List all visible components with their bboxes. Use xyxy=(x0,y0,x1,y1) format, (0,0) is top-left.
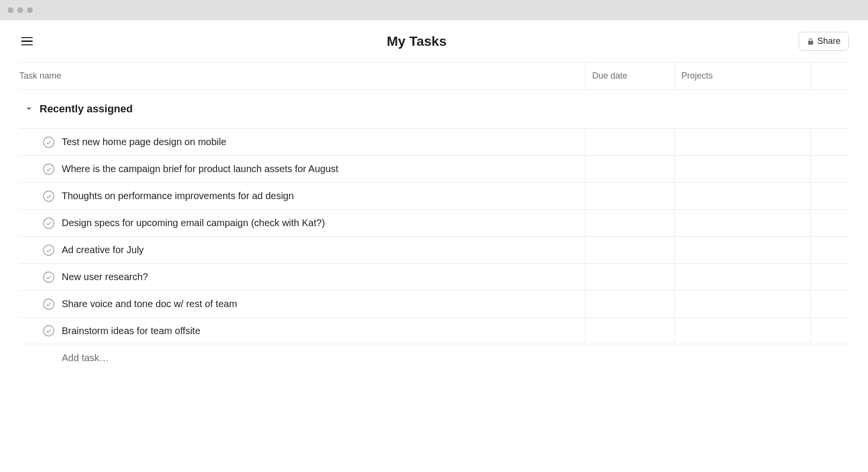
share-button[interactable]: Share xyxy=(799,32,849,51)
check-circle-icon[interactable] xyxy=(42,190,55,202)
svg-point-4 xyxy=(43,245,54,256)
task-row[interactable]: Ad creative for July xyxy=(19,236,849,263)
task-extra-cell[interactable] xyxy=(810,318,849,344)
task-projects-cell[interactable] xyxy=(674,129,810,155)
task-row[interactable]: Thoughts on performance improvements for… xyxy=(19,182,849,209)
task-extra-cell[interactable] xyxy=(810,237,849,263)
task-projects-cell[interactable] xyxy=(674,183,810,209)
chevron-down-icon xyxy=(26,106,32,112)
task-due-cell[interactable] xyxy=(585,264,674,290)
svg-point-6 xyxy=(43,299,54,310)
window-dot-minimize[interactable] xyxy=(17,7,23,13)
task-main-cell: Brainstorm ideas for team offsite xyxy=(19,318,585,344)
check-circle-icon[interactable] xyxy=(42,298,55,310)
task-name: Thoughts on performance improvements for… xyxy=(62,190,294,202)
table-header: Task name Due date Projects xyxy=(19,63,849,90)
task-main-cell: Share voice and tone doc w/ rest of team xyxy=(19,291,585,317)
task-due-cell[interactable] xyxy=(585,183,674,209)
column-header-label: Task name xyxy=(19,71,61,81)
check-circle-icon[interactable] xyxy=(42,271,55,283)
page-title: My Tasks xyxy=(35,34,799,49)
task-name: Share voice and tone doc w/ rest of team xyxy=(62,298,237,310)
task-main-cell: Ad creative for July xyxy=(19,237,585,263)
column-header-label: Projects xyxy=(681,71,713,81)
task-main-cell: Test new home page design on mobile xyxy=(19,129,585,155)
svg-point-1 xyxy=(43,164,54,175)
task-due-cell[interactable] xyxy=(585,318,674,344)
task-projects-cell[interactable] xyxy=(674,156,810,182)
section-title: Recently assigned xyxy=(40,103,133,115)
task-name: Test new home page design on mobile xyxy=(62,136,226,148)
check-circle-icon[interactable] xyxy=(42,163,55,175)
share-button-label: Share xyxy=(817,36,841,46)
task-row[interactable]: New user research? xyxy=(19,263,849,290)
svg-point-7 xyxy=(43,325,54,336)
task-projects-cell[interactable] xyxy=(674,237,810,263)
task-name: Design specs for upcoming email campaign… xyxy=(62,217,325,229)
task-extra-cell[interactable] xyxy=(810,264,849,290)
window-dot-close[interactable] xyxy=(8,7,14,13)
task-projects-cell[interactable] xyxy=(674,291,810,317)
task-name: Where is the campaign brief for product … xyxy=(62,163,339,175)
add-task-row[interactable]: Add task… xyxy=(19,344,849,371)
window-chrome xyxy=(0,0,868,20)
task-name: Ad creative for July xyxy=(62,244,144,256)
task-row[interactable]: Share voice and tone doc w/ rest of team xyxy=(19,290,849,317)
task-due-cell[interactable] xyxy=(585,210,674,236)
task-row[interactable]: Where is the campaign brief for product … xyxy=(19,155,849,182)
section-header[interactable]: Recently assigned xyxy=(19,90,849,128)
check-circle-icon[interactable] xyxy=(42,324,55,337)
task-due-cell[interactable] xyxy=(585,129,674,155)
task-name: New user research? xyxy=(62,271,148,283)
content: Task name Due date Projects Recently ass… xyxy=(0,62,868,371)
svg-point-0 xyxy=(43,137,54,148)
task-main-cell: Thoughts on performance improvements for… xyxy=(19,183,585,209)
task-extra-cell[interactable] xyxy=(810,291,849,317)
header: My Tasks Share xyxy=(0,20,868,62)
add-task-label: Add task… xyxy=(62,352,109,364)
task-main-cell: Design specs for upcoming email campaign… xyxy=(19,210,585,236)
task-extra-cell[interactable] xyxy=(810,129,849,155)
svg-point-2 xyxy=(43,191,54,202)
task-due-cell[interactable] xyxy=(585,237,674,263)
task-row[interactable]: Test new home page design on mobile xyxy=(19,128,849,155)
task-projects-cell[interactable] xyxy=(674,318,810,344)
task-main-cell: Where is the campaign brief for product … xyxy=(19,156,585,182)
task-due-cell[interactable] xyxy=(585,291,674,317)
task-projects-cell[interactable] xyxy=(674,210,810,236)
task-extra-cell[interactable] xyxy=(810,183,849,209)
check-circle-icon[interactable] xyxy=(42,136,55,148)
column-header-due-date[interactable]: Due date xyxy=(585,63,674,89)
column-header-extra[interactable] xyxy=(810,63,849,89)
check-circle-icon[interactable] xyxy=(42,217,55,229)
task-extra-cell[interactable] xyxy=(810,156,849,182)
task-table: Task name Due date Projects Recently ass… xyxy=(19,62,849,371)
lock-icon xyxy=(807,38,814,45)
svg-point-3 xyxy=(43,218,54,229)
task-name: Brainstorm ideas for team offsite xyxy=(62,325,201,337)
hamburger-menu-button[interactable] xyxy=(19,35,35,48)
task-row[interactable]: Brainstorm ideas for team offsite xyxy=(19,317,849,344)
task-extra-cell[interactable] xyxy=(810,210,849,236)
hamburger-icon xyxy=(21,37,33,39)
svg-point-5 xyxy=(43,272,54,283)
task-row[interactable]: Design specs for upcoming email campaign… xyxy=(19,209,849,236)
check-circle-icon[interactable] xyxy=(42,244,55,256)
column-header-task-name[interactable]: Task name xyxy=(19,71,585,81)
column-header-label: Due date xyxy=(592,71,627,81)
task-due-cell[interactable] xyxy=(585,156,674,182)
task-main-cell: New user research? xyxy=(19,264,585,290)
column-header-projects[interactable]: Projects xyxy=(674,63,810,89)
window-dot-maximize[interactable] xyxy=(27,7,33,13)
task-projects-cell[interactable] xyxy=(674,264,810,290)
